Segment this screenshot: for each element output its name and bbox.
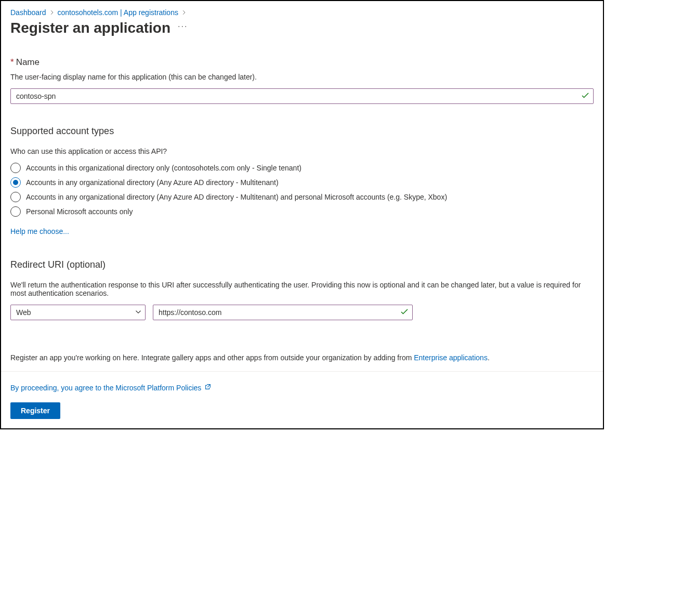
name-helper: The user-facing display name for this ap…	[10, 73, 594, 81]
redirect-uri-helper: We'll return the authentication response…	[10, 281, 594, 297]
account-type-option-personal-only[interactable]: Personal Microsoft accounts only	[10, 206, 594, 217]
external-link-icon	[204, 383, 212, 392]
register-button[interactable]: Register	[10, 402, 60, 419]
radio-icon	[10, 192, 21, 202]
redirect-uri-input[interactable]	[153, 305, 413, 320]
account-type-option-multitenant-personal[interactable]: Accounts in any organizational directory…	[10, 192, 594, 202]
account-types-question: Who can use this application or access t…	[10, 147, 594, 155]
page-title: Register an application	[10, 20, 170, 36]
platform-policies-link[interactable]: By proceeding, you agree to the Microsof…	[10, 384, 201, 392]
enterprise-applications-link[interactable]: Enterprise applications	[414, 353, 488, 362]
radio-label: Personal Microsoft accounts only	[26, 207, 133, 216]
chevron-right-icon	[49, 8, 55, 17]
divider	[1, 371, 603, 372]
radio-label: Accounts in any organizational directory…	[26, 193, 447, 201]
radio-label: Accounts in any organizational directory…	[26, 178, 279, 187]
radio-icon	[10, 163, 21, 173]
redirect-uri-title: Redirect URI (optional)	[10, 259, 594, 270]
account-type-option-single-tenant[interactable]: Accounts in this organizational director…	[10, 163, 594, 173]
chevron-right-icon	[181, 8, 187, 17]
more-icon[interactable]: ···	[178, 22, 188, 31]
breadcrumb-app-registrations[interactable]: contosohotels.com | App registrations	[58, 8, 178, 17]
account-type-option-multitenant[interactable]: Accounts in any organizational directory…	[10, 177, 594, 188]
help-me-choose-link[interactable]: Help me choose...	[10, 227, 69, 235]
name-label: Name	[16, 57, 40, 68]
account-types-title: Supported account types	[10, 126, 594, 137]
gallery-note: Register an app you're working on here. …	[10, 353, 594, 362]
platform-select-value: Web	[16, 308, 31, 317]
radio-icon	[10, 177, 21, 188]
required-indicator: *	[10, 57, 14, 68]
radio-label: Accounts in this organizational director…	[26, 164, 301, 172]
breadcrumb: Dashboard contosohotels.com | App regist…	[10, 8, 594, 17]
platform-select[interactable]: Web	[10, 305, 146, 320]
breadcrumb-dashboard[interactable]: Dashboard	[10, 8, 46, 17]
radio-icon	[10, 206, 21, 217]
account-types-radio-group: Accounts in this organizational director…	[10, 163, 594, 217]
name-input[interactable]	[10, 88, 594, 104]
